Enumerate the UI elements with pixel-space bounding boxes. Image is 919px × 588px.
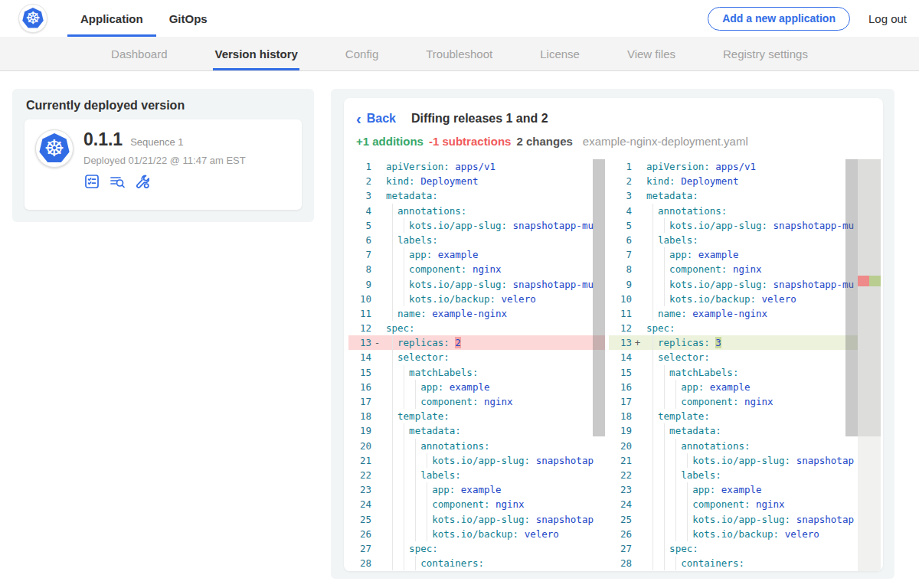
- add-application-button[interactable]: Add a new application: [708, 7, 850, 31]
- view-logs-icon[interactable]: [109, 173, 126, 190]
- scrollbar-thumb[interactable]: [593, 159, 605, 436]
- yaml-value: apps/v1: [715, 161, 756, 172]
- diff-sign: [371, 174, 383, 188]
- yaml-value: Deployment: [681, 175, 738, 187]
- indent-guide: [652, 468, 653, 482]
- diff-sign: [371, 497, 383, 511]
- line-number: 20: [348, 439, 371, 453]
- diff-editor-original[interactable]: 1apiVersion: apps/v12kind: Deployment3me…: [348, 159, 605, 571]
- troubleshoot-tools-icon[interactable]: [134, 173, 151, 190]
- line-number: 6: [348, 233, 371, 247]
- indent-guide: [392, 423, 393, 438]
- line-number: 4: [609, 204, 632, 218]
- tab-application[interactable]: Application: [67, 0, 156, 37]
- yaml-value: example: [450, 381, 490, 393]
- subnav-item-dashboard[interactable]: Dashboard: [111, 37, 167, 70]
- diff-line-4: 4 annotations:: [348, 204, 605, 218]
- indent-guide: [392, 482, 393, 497]
- indent-guide: [664, 423, 665, 438]
- diff-line-24: 24 component: nginx: [609, 497, 881, 511]
- subnav-item-license[interactable]: License: [540, 37, 580, 70]
- config-checklist-icon[interactable]: [83, 173, 100, 190]
- line-number: 2: [348, 174, 371, 188]
- indent-guide: [652, 233, 653, 247]
- indent-guide: [415, 453, 416, 468]
- yaml-key: selector:: [646, 351, 710, 363]
- tab-gitops[interactable]: GitOps: [156, 0, 221, 37]
- diff-sign: -: [371, 335, 383, 350]
- indent-guide: [392, 262, 393, 276]
- diff-line-7: 7 app: example: [348, 247, 605, 262]
- diff-editor-modified[interactable]: 1apiVersion: apps/v12kind: Deployment3me…: [609, 159, 881, 571]
- yaml-key: matchLabels:: [646, 367, 738, 378]
- diff-line-25: 25 kots.io/app-slug: snapshotap: [609, 512, 881, 527]
- yaml-key: template:: [646, 410, 710, 422]
- line-number: 17: [348, 394, 371, 409]
- diff-sign: [371, 247, 383, 262]
- diff-sign: [371, 453, 383, 468]
- line-number: 21: [348, 453, 371, 468]
- subnav-item-version-history[interactable]: Version history: [214, 37, 297, 70]
- diff-line-4: 4 annotations:: [609, 204, 881, 218]
- subnav-item-view-files[interactable]: View files: [627, 37, 675, 70]
- indent-guide: [652, 335, 653, 350]
- line-number: 15: [609, 365, 632, 380]
- subnav-item-registry-settings[interactable]: Registry settings: [723, 37, 808, 70]
- changes-count: 2 changes: [516, 135, 572, 148]
- yaml-key: replicas:: [646, 337, 710, 348]
- indent-guide: [415, 468, 416, 482]
- diff-line-9: 9 kots.io/app-slug: snapshotapp-mu: [348, 277, 605, 292]
- code-text: metadata:: [383, 188, 605, 203]
- additions-count: +1 additions: [356, 135, 424, 148]
- line-number: 5: [609, 218, 632, 233]
- line-number: 12: [348, 321, 371, 335]
- deployed-timestamp: Deployed 01/21/22 @ 11:47 am EST: [83, 155, 246, 166]
- diff-line-13: 13+ replicas: 3: [609, 335, 881, 350]
- indent-guide: [404, 292, 404, 306]
- indent-guide: [675, 497, 676, 511]
- diff-sign: [371, 233, 383, 247]
- subnav-item-config[interactable]: Config: [345, 37, 378, 70]
- app-subnav: DashboardVersion historyConfigTroublesho…: [0, 37, 919, 71]
- indent-guide: [687, 527, 688, 541]
- indent-guide: [687, 482, 688, 497]
- line-number: 18: [348, 409, 371, 423]
- code-text: name: example-nginx: [383, 306, 605, 321]
- line-number: 22: [348, 468, 371, 482]
- code-text: kots.io/app-slug: snapshotap: [643, 512, 881, 527]
- line-number: 21: [609, 453, 632, 468]
- line-number: 8: [609, 262, 632, 276]
- line-number: 14: [348, 350, 371, 364]
- yaml-value: velero: [502, 293, 536, 305]
- logout-link[interactable]: Log out: [868, 12, 907, 25]
- back-button[interactable]: ‹ Back: [356, 111, 396, 126]
- indent-guide: [404, 468, 404, 482]
- kubernetes-logo: ☸: [18, 4, 47, 33]
- indent-guide: [664, 468, 665, 482]
- yaml-key: kots.io/app-slug:: [386, 220, 507, 231]
- yaml-key: containers:: [386, 557, 484, 569]
- diff-line-8: 8 component: nginx: [609, 262, 881, 276]
- tab-gitops-label: GitOps: [169, 12, 208, 25]
- diff-sign: [632, 409, 643, 423]
- yaml-key: kots.io/backup:: [386, 528, 518, 540]
- diff-line-7: 7 app: example: [609, 247, 881, 262]
- yaml-key: kots.io/app-slug:: [646, 279, 767, 290]
- diff-sign: [632, 350, 643, 364]
- diff-line-20: 20 annotations:: [609, 439, 881, 453]
- indent-guide: [652, 512, 653, 527]
- subnav-item-troubleshoot[interactable]: Troubleshoot: [426, 37, 492, 70]
- diff-filename: example-nginx-deployment.yaml: [583, 135, 748, 148]
- diff-line-28: 28 containers:: [609, 556, 881, 570]
- yaml-key: metadata:: [646, 425, 721, 436]
- diff-line-27: 27 spec:: [348, 541, 605, 556]
- code-text: app: example: [643, 482, 881, 497]
- indent-guide: [415, 482, 416, 497]
- line-number: 1: [609, 159, 632, 174]
- diff-sign: [632, 174, 643, 188]
- scrollbar-thumb[interactable]: [845, 159, 858, 436]
- indent-guide: [664, 365, 665, 380]
- yaml-key: spec:: [386, 322, 415, 334]
- yaml-key: labels:: [646, 469, 721, 481]
- diff-line-8: 8 component: nginx: [348, 262, 605, 276]
